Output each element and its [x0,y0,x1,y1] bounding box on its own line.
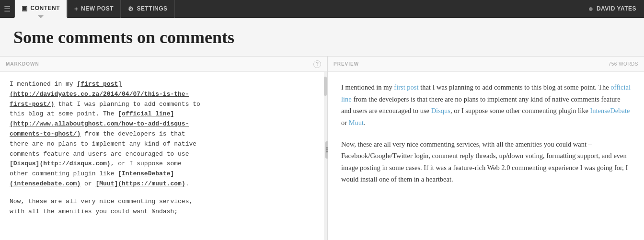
new-post-icon: + [74,5,78,12]
preview-pane-header: PREVIEW 756 WORDS [328,57,644,72]
preview-label: PREVIEW [334,61,359,67]
preview-paragraph-2: Now, these are all very nice commenting … [341,138,631,186]
topbar: ☰ ▣ CONTENT + NEW POST ⚙ SETTINGS ● DAVI… [0,0,644,18]
user-menu[interactable]: ● DAVID YATES [588,4,644,14]
content-tab-icon: ▣ [22,5,28,12]
markdown-paragraph-2: Now, these are all very nice commenting … [10,197,317,217]
editor-container: MARKDOWN ? I mentioned in my [first post… [0,57,644,240]
word-count: 756 WORDS [609,61,638,67]
preview-link-official-line[interactable]: official line [341,83,631,103]
preview-pane: PREVIEW 756 WORDS I mentioned in my firs… [328,57,644,240]
user-avatar-icon: ● [588,4,594,14]
tab-settings[interactable]: ⚙ SETTINGS [121,0,175,18]
markdown-help-icon[interactable]: ? [313,60,321,68]
preview-link-muut[interactable]: Muut [349,119,364,126]
tab-content[interactable]: ▣ CONTENT [14,0,67,18]
settings-tab-label: SETTINGS [137,5,168,12]
page-title-area: Some comments on comments [0,18,644,57]
preview-paragraph-1: I mentioned in my first post that I was … [341,81,631,129]
markdown-pane: MARKDOWN ? I mentioned in my [first post… [0,57,327,240]
preview-link-disqus[interactable]: Disqus [431,107,450,114]
preview-link-first-post[interactable]: first post [394,83,418,91]
preview-link-intensedebate[interactable]: IntenseDebate [590,107,630,114]
settings-icon: ⚙ [128,5,134,12]
user-name: DAVID YATES [597,5,636,12]
content-tab-label: CONTENT [31,5,60,11]
new-post-tab-label: NEW POST [81,5,114,12]
markdown-scroll-thumb [324,77,327,96]
markdown-paragraph-1: I mentioned in my [first post](http://da… [10,80,317,189]
page-title: Some comments on comments [13,27,631,47]
markdown-pane-header: MARKDOWN ? [0,57,327,72]
tab-new-post[interactable]: + NEW POST [67,0,121,18]
markdown-editor[interactable]: I mentioned in my [first post](http://da… [0,72,327,240]
menu-icon[interactable]: ☰ [4,4,11,13]
preview-content: I mentioned in my first post that I was … [328,72,644,240]
markdown-label: MARKDOWN [6,61,39,67]
